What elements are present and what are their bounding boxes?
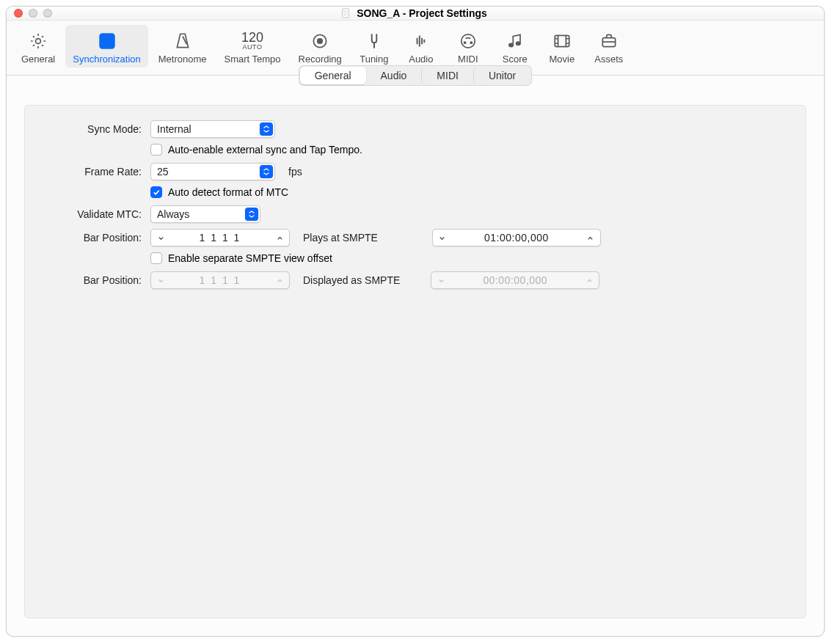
smart-tempo-sub: AUTO: [243, 44, 263, 51]
tab-tuning[interactable]: Tuning: [352, 25, 396, 67]
sync-mode-value: Internal: [157, 123, 191, 135]
svg-point-4: [318, 38, 323, 43]
chevron-up-icon: [274, 275, 285, 285]
record-icon: [310, 31, 330, 51]
sync-icon: [97, 31, 117, 51]
select-arrows-icon: [245, 208, 258, 221]
chevron-up-icon[interactable]: [585, 233, 596, 243]
tab-audio-label: Audio: [409, 54, 433, 65]
tab-midi-label: MIDI: [458, 54, 478, 65]
validate-mtc-select[interactable]: Always: [150, 205, 260, 223]
score-icon: [505, 31, 525, 51]
chevron-up-icon: [584, 275, 594, 285]
svg-point-5: [461, 34, 475, 47]
auto-detect-mtc-checkbox[interactable]: [150, 186, 162, 198]
smpte-2-value: 00:00:00,000: [450, 274, 580, 286]
subtabs: General Audio MIDI Unitor: [299, 65, 533, 86]
tab-smart-tempo-label: Smart Tempo: [225, 54, 281, 65]
tab-sync-label: Synchronization: [73, 54, 141, 65]
tab-general-label: General: [21, 54, 55, 65]
subtab-midi[interactable]: MIDI: [421, 67, 473, 84]
subtab-unitor[interactable]: Unitor: [473, 67, 530, 84]
title-suffix: - Project Settings: [400, 7, 487, 19]
bar-position-1-value: 1 1 1 1: [170, 232, 270, 244]
subtab-general[interactable]: General: [300, 67, 366, 84]
bar-position-2-label: Bar Position:: [43, 274, 142, 286]
validate-mtc-value: Always: [157, 208, 189, 220]
content-area: General Audio MIDI Unitor Sync Mode: Int…: [7, 76, 824, 636]
gear-icon: [28, 31, 48, 51]
tab-assets[interactable]: Assets: [587, 25, 631, 67]
movie-icon: [552, 31, 572, 51]
waveform-icon: [411, 31, 431, 51]
select-arrows-icon: [260, 165, 273, 178]
smpte-1-value: 01:00:00,000: [452, 232, 581, 244]
tab-tuning-label: Tuning: [360, 54, 388, 65]
tab-synchronization[interactable]: Synchronization: [65, 25, 148, 67]
tab-movie[interactable]: Movie: [540, 25, 584, 67]
bar-position-2-value: 1 1 1 1: [170, 274, 270, 286]
briefcase-icon: [599, 31, 619, 51]
metronome-icon: [172, 31, 193, 51]
close-window-button[interactable]: [14, 9, 23, 18]
tab-audio[interactable]: Audio: [399, 25, 443, 67]
tab-metronome-label: Metronome: [158, 54, 207, 65]
tab-score-label: Score: [503, 54, 528, 65]
auto-enable-external-sync-checkbox[interactable]: [150, 144, 162, 155]
subtab-audio[interactable]: Audio: [366, 67, 422, 84]
svg-point-1: [36, 38, 41, 43]
bar-position-2-stepper: 1 1 1 1: [150, 271, 290, 289]
chevron-down-icon[interactable]: [437, 233, 448, 243]
smart-tempo-num: 120: [241, 31, 263, 44]
smart-tempo-icon: 120 AUTO: [242, 31, 263, 51]
tab-general[interactable]: General: [14, 25, 62, 67]
chevron-down-icon: [156, 275, 166, 285]
enable-separate-smpte-checkbox[interactable]: [150, 252, 162, 264]
tab-movie-label: Movie: [550, 54, 575, 65]
displayed-as-smpte-label: Displayed as SMPTE: [303, 274, 400, 286]
validate-mtc-label: Validate MTC:: [43, 208, 142, 220]
frame-rate-unit: fps: [288, 166, 302, 178]
tab-assets-label: Assets: [594, 54, 623, 65]
window-title: SONG_A - Project Settings: [52, 7, 776, 19]
frame-rate-select[interactable]: 25: [150, 163, 275, 180]
tab-smart-tempo[interactable]: 120 AUTO Smart Tempo: [217, 25, 288, 67]
tuning-fork-icon: [364, 31, 384, 51]
svg-rect-2: [100, 34, 114, 48]
frame-rate-value: 25: [157, 166, 169, 178]
title-project-name: SONG_A: [357, 7, 400, 19]
document-icon: [340, 8, 351, 18]
bar-position-1-stepper[interactable]: 1 1 1 1: [150, 229, 290, 246]
smpte-1-stepper[interactable]: 01:00:00,000: [432, 229, 601, 246]
tab-score[interactable]: Score: [493, 25, 537, 67]
plays-at-smpte-label: Plays at SMPTE: [303, 232, 378, 244]
auto-detect-mtc-label: Auto detect format of MTC: [168, 186, 288, 198]
select-arrows-icon: [260, 122, 273, 136]
sync-mode-label: Sync Mode:: [43, 123, 142, 135]
sync-mode-select[interactable]: Internal: [150, 120, 275, 138]
smpte-2-stepper: 00:00:00,000: [431, 271, 599, 289]
titlebar: SONG_A - Project Settings: [7, 7, 824, 21]
auto-enable-external-sync-label: Auto-enable external sync and Tap Tempo.: [168, 144, 362, 155]
tab-metronome[interactable]: Metronome: [151, 25, 214, 67]
bar-position-1-label: Bar Position:: [43, 232, 142, 244]
chevron-down-icon[interactable]: [156, 233, 166, 243]
tab-recording[interactable]: Recording: [291, 25, 349, 67]
frame-rate-label: Frame Rate:: [43, 166, 142, 178]
svg-point-6: [464, 42, 465, 43]
project-settings-window: SONG_A - Project Settings General Synchr…: [6, 6, 825, 637]
midi-icon: [458, 31, 478, 51]
window-controls: [14, 9, 52, 18]
zoom-window-button[interactable]: [43, 9, 52, 18]
svg-rect-10: [555, 35, 569, 46]
minimize-window-button[interactable]: [29, 9, 37, 18]
settings-panel: Sync Mode: Internal Auto-enable external…: [24, 105, 806, 618]
enable-separate-smpte-label: Enable separate SMPTE view offset: [168, 252, 332, 264]
chevron-up-icon[interactable]: [274, 233, 285, 243]
tab-recording-label: Recording: [299, 54, 342, 65]
chevron-down-icon: [436, 275, 446, 285]
tab-midi[interactable]: MIDI: [446, 25, 490, 67]
svg-point-7: [470, 42, 472, 43]
